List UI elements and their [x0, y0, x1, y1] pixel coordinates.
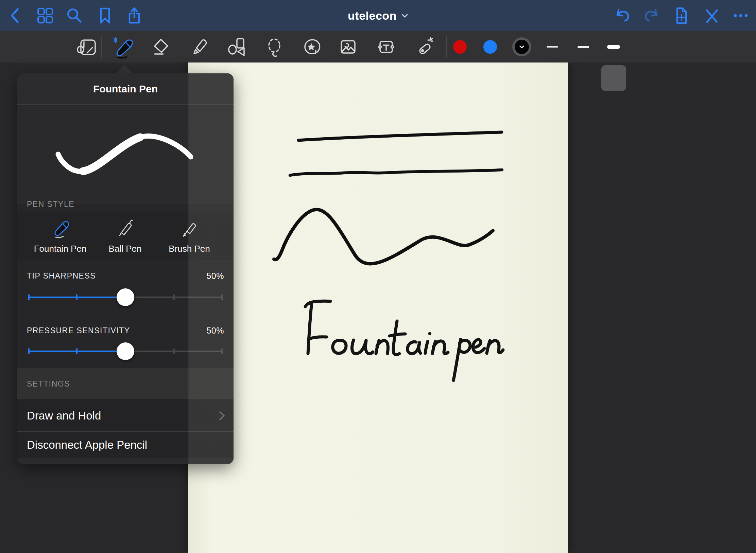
toolbar-divider [446, 36, 447, 58]
page-preview-tool[interactable] [75, 31, 97, 63]
sticker-icon [301, 36, 323, 58]
settings-section-header: SETTINGS [17, 368, 234, 400]
popover-footer [17, 458, 234, 464]
red-color-swatch [453, 40, 467, 54]
pen-style-fountain-pen[interactable]: Fountain Pen [28, 212, 92, 259]
slider-tick [28, 294, 30, 300]
color-black-selected[interactable] [512, 31, 531, 63]
more-ellipsis-icon [732, 7, 750, 24]
pen-style-label: Ball Pen [109, 244, 142, 254]
pen-style-ball-pen[interactable]: Ball Pen [93, 212, 157, 259]
tool-bar [0, 31, 756, 63]
highlighter-icon [188, 36, 209, 58]
pen-style-row: Fountain Pen Ball Pen Brush Pen [17, 212, 234, 258]
slider-tick [76, 294, 78, 300]
black-color-swatch [515, 40, 529, 54]
disconnect-apple-pencil-row[interactable]: Disconnect Apple Pencil [17, 432, 234, 458]
fountain-pen-style-icon [47, 215, 73, 242]
pressure-sensitivity-value: 50% [206, 326, 224, 336]
pen-style-brush-pen[interactable]: Brush Pen [157, 212, 222, 259]
undo-icon [613, 7, 631, 24]
disconnect-apple-pencil-label: Disconnect Apple Pencil [27, 439, 147, 451]
lasso-tool[interactable] [264, 31, 286, 63]
fountain-pen-popover: Fountain Pen PEN STYLE Fountain Pen [17, 73, 234, 464]
page-preview-icon [75, 36, 97, 58]
selected-stroke-width-bg [601, 65, 626, 91]
chevron-down-icon [401, 14, 408, 18]
pressure-sensitivity-label: PRESSURE SENSITIVITY [27, 326, 130, 335]
eraser-icon [150, 36, 171, 58]
tip-sharpness-label: TIP SHARPNESS [27, 271, 96, 281]
paper[interactable] [188, 63, 568, 553]
pencil-crossed-icon [703, 7, 720, 24]
pen-style-label: Brush Pen [169, 244, 210, 254]
slider-tick [221, 294, 223, 300]
document-title: utelecon [348, 9, 397, 22]
stroke-preview [17, 106, 234, 204]
tip-sharpness-header: TIP SHARPNESS 50% [27, 271, 224, 281]
settings-label: SETTINGS [27, 379, 70, 389]
ball-pen-style-icon [112, 215, 138, 242]
pen-tool-selected[interactable] [111, 31, 137, 63]
stroke-width-thin[interactable] [547, 31, 558, 63]
slider-tick [173, 294, 175, 300]
tip-sharpness-value: 50% [206, 271, 224, 281]
tip-sharpness-slider [28, 288, 223, 306]
text-icon [375, 36, 397, 58]
color-blue[interactable] [483, 31, 497, 63]
pressure-sensitivity-header: PRESSURE SENSITIVITY 50% [27, 326, 224, 336]
shapes-tool[interactable] [225, 31, 247, 63]
thick-line-icon [607, 45, 620, 49]
document-title-button[interactable]: utelecon [0, 0, 756, 31]
chevron-right-icon [219, 410, 225, 421]
image-icon [337, 36, 359, 58]
chevron-down-icon [519, 45, 525, 49]
popover-title: Fountain Pen [93, 83, 158, 95]
disable-drawing-button[interactable] [703, 0, 720, 31]
undo-button[interactable] [613, 0, 631, 31]
blue-color-swatch [483, 40, 497, 54]
brush-pen-style-icon [176, 215, 202, 242]
slider-thumb[interactable] [117, 342, 134, 360]
text-tool[interactable] [375, 31, 397, 63]
stroke-width-thick-selected[interactable] [607, 31, 620, 63]
slider-tick [173, 348, 175, 354]
pressure-sensitivity-slider [28, 342, 223, 360]
pen-style-section-label: PEN STYLE [27, 200, 74, 209]
draw-and-hold-row[interactable]: Draw and Hold [17, 400, 234, 431]
slider-tick [76, 348, 78, 354]
color-red[interactable] [453, 31, 467, 63]
medium-line-icon [578, 46, 589, 48]
handwriting-text: Fountain pen [0, 63, 0, 63]
popover-header: Fountain Pen [17, 73, 234, 105]
laser-pointer-tool[interactable] [413, 31, 435, 63]
thin-line-icon [547, 46, 558, 48]
selected-color-ring [512, 37, 531, 56]
add-page-button[interactable] [672, 0, 690, 31]
sticker-tool[interactable] [301, 31, 323, 63]
slider-thumb[interactable] [117, 288, 134, 306]
image-tool[interactable] [337, 31, 359, 63]
lasso-icon [264, 36, 286, 58]
popover-arrow [116, 65, 133, 74]
highlighter-tool[interactable] [188, 31, 209, 63]
laser-pointer-icon [413, 36, 435, 58]
pen-style-label: Fountain Pen [34, 244, 87, 254]
slider-tick [28, 348, 30, 354]
bluetooth-icon [114, 38, 117, 43]
fountain-pen-icon [111, 34, 137, 60]
shapes-icon [225, 36, 247, 58]
eraser-tool[interactable] [150, 31, 171, 63]
redo-icon [643, 7, 661, 24]
toolbar-divider [101, 36, 102, 58]
top-nav-bar: utelecon [0, 0, 756, 31]
draw-and-hold-label: Draw and Hold [27, 409, 101, 422]
redo-button[interactable] [643, 0, 661, 31]
more-button[interactable] [732, 0, 750, 31]
slider-tick [221, 348, 223, 354]
stroke-preview-wave [17, 106, 234, 204]
stroke-width-medium[interactable] [578, 31, 589, 63]
add-page-icon [672, 7, 690, 24]
